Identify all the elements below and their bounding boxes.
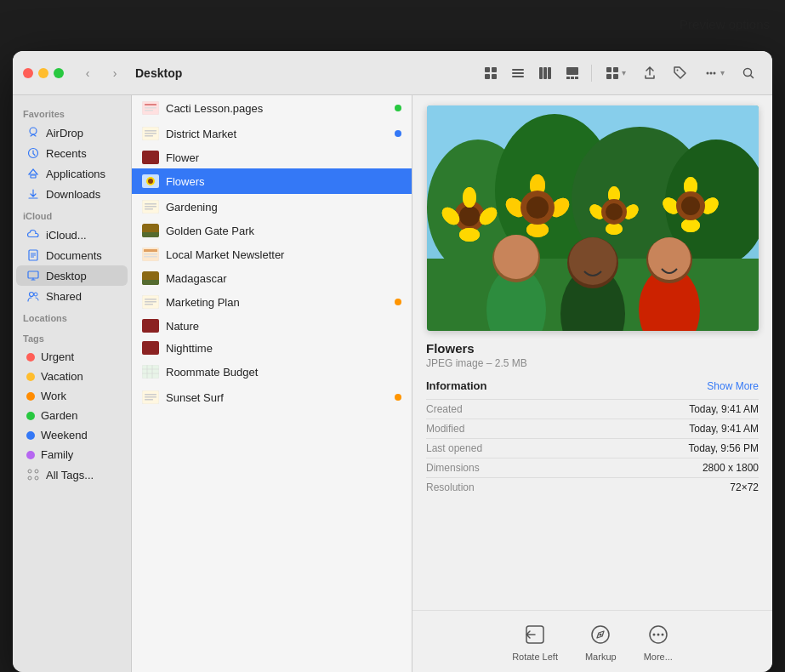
column-view-button[interactable] (533, 62, 557, 84)
more-actions-icon (645, 621, 672, 648)
file-item[interactable]: Sunset Surf (132, 384, 412, 410)
file-item[interactable]: Flowers (132, 168, 412, 194)
gallery-view-button[interactable] (560, 62, 584, 84)
sidebar-tag-vacation[interactable]: Vacation (16, 367, 128, 386)
preview-filetype: JPEG image – 2.5 MB (426, 357, 759, 369)
sidebar-tag-weekend[interactable]: Weekend (16, 425, 128, 445)
sidebar-tag-urgent[interactable]: Urgent (16, 347, 128, 367)
sidebar-item-downloads[interactable]: Downloads (16, 184, 128, 204)
forward-button[interactable]: › (105, 63, 125, 83)
sidebar-tag-weekend-label: Weekend (41, 429, 88, 441)
sidebar-tag-all-label: All Tags... (46, 469, 94, 481)
svg-rect-12 (571, 77, 574, 79)
sidebar-tag-work[interactable]: Work (16, 386, 128, 406)
sidebar-tag-garden[interactable]: Garden (16, 406, 128, 425)
info-row-key: Resolution (426, 481, 475, 493)
file-item[interactable]: Cacti Lesson.pages (132, 95, 412, 121)
svg-rect-47 (145, 208, 153, 210)
back-button[interactable]: ‹ (77, 63, 98, 83)
info-row-value: Today, 9:41 AM (689, 403, 759, 415)
svg-rect-14 (606, 67, 612, 72)
file-name: Flower (166, 151, 401, 164)
sidebar-item-airdrop[interactable]: AirDrop (16, 122, 128, 143)
svg-rect-7 (539, 67, 543, 79)
svg-rect-40 (145, 135, 153, 137)
file-item[interactable]: Nature (132, 315, 412, 337)
info-row-key: Dimensions (426, 462, 480, 474)
svg-rect-60 (142, 365, 159, 379)
svg-rect-24 (31, 175, 36, 178)
svg-rect-46 (145, 206, 156, 208)
shared-icon (26, 289, 40, 303)
minimize-button[interactable] (38, 68, 48, 78)
file-name: Local Market Newsletter (166, 248, 401, 261)
markup-button[interactable]: Markup (585, 621, 617, 662)
file-item[interactable]: Golden Gate Park (132, 219, 412, 242)
sidebar-item-desktop[interactable]: Desktop (16, 265, 128, 286)
icloud-section-label: iCloud (13, 204, 131, 225)
svg-rect-13 (575, 77, 578, 79)
share-button[interactable] (636, 63, 663, 83)
sidebar-item-shared[interactable]: Shared (16, 286, 128, 306)
file-item[interactable]: Roommate Budget (132, 359, 412, 384)
svg-rect-1 (492, 67, 497, 72)
quick-actions-bar: Rotate Left Markup (412, 610, 772, 672)
tag-button[interactable] (667, 63, 694, 83)
sidebar-item-recents[interactable]: Recents (16, 143, 128, 163)
icon-view-button[interactable] (479, 62, 503, 84)
file-icon (142, 271, 159, 285)
preview-image (427, 105, 759, 331)
file-icon (142, 389, 159, 406)
list-view-button[interactable] (506, 62, 530, 84)
info-row: Last openedToday, 9:56 PM (426, 438, 759, 458)
file-item[interactable]: Nighttime (132, 337, 412, 359)
sidebar-tag-garden-label: Garden (41, 409, 77, 422)
svg-point-21 (714, 71, 716, 74)
sidebar-item-icloud[interactable]: iCloud... (16, 225, 128, 245)
sidebar-item-applications[interactable]: Applications (16, 163, 128, 184)
sidebar-tag-urgent-label: Urgent (41, 350, 74, 363)
svg-rect-38 (145, 130, 156, 132)
file-name: Nighttime (166, 342, 401, 355)
svg-rect-45 (145, 203, 156, 205)
svg-rect-16 (606, 74, 612, 79)
sidebar-tag-family[interactable]: Family (16, 445, 128, 464)
info-row-key: Modified (426, 423, 464, 435)
more-actions-button[interactable]: More... (644, 621, 673, 662)
info-row: ModifiedToday, 9:41 AM (426, 419, 759, 438)
svg-point-30 (35, 470, 38, 473)
rotate-left-button[interactable]: Rotate Left (512, 621, 558, 662)
status-dot (395, 130, 401, 137)
sidebar-item-documents[interactable]: Documents (16, 245, 128, 265)
info-rows: CreatedToday, 9:41 AMModifiedToday, 9:41… (426, 399, 759, 497)
svg-rect-3 (492, 74, 497, 79)
file-item[interactable]: Local Market Newsletter (132, 242, 412, 267)
more-button[interactable]: ▾ (697, 63, 731, 83)
info-row-value: Today, 9:41 AM (689, 423, 759, 435)
svg-rect-58 (145, 301, 156, 303)
fullscreen-button[interactable] (54, 68, 64, 78)
file-icon (142, 198, 159, 215)
file-item[interactable]: Marketing Plan (132, 289, 412, 315)
search-button[interactable] (735, 63, 762, 83)
sidebar-item-recents-label: Recents (46, 147, 87, 160)
info-row-value: Today, 9:56 PM (689, 442, 759, 454)
file-item[interactable]: Madagascar (132, 267, 412, 289)
preview-grid-button[interactable]: ▾ (599, 63, 633, 83)
show-more-button[interactable]: Show More (707, 380, 759, 392)
more-actions-label: More... (644, 652, 673, 662)
close-button[interactable] (23, 68, 33, 78)
sidebar-tag-all-tags[interactable]: All Tags... (16, 464, 128, 485)
file-item[interactable]: Flower (132, 146, 412, 168)
svg-point-43 (148, 179, 153, 184)
svg-point-122 (494, 235, 538, 279)
window-title: Desktop (135, 66, 472, 80)
sidebar-item-desktop-label: Desktop (46, 270, 87, 282)
file-item[interactable]: District Market (132, 121, 412, 146)
file-item[interactable]: Gardening (132, 194, 412, 219)
family-dot (26, 451, 35, 459)
file-icon (142, 125, 159, 142)
urgent-dot (26, 353, 35, 362)
annotation-preview-options: Preview options (680, 17, 770, 31)
svg-rect-51 (144, 249, 157, 252)
